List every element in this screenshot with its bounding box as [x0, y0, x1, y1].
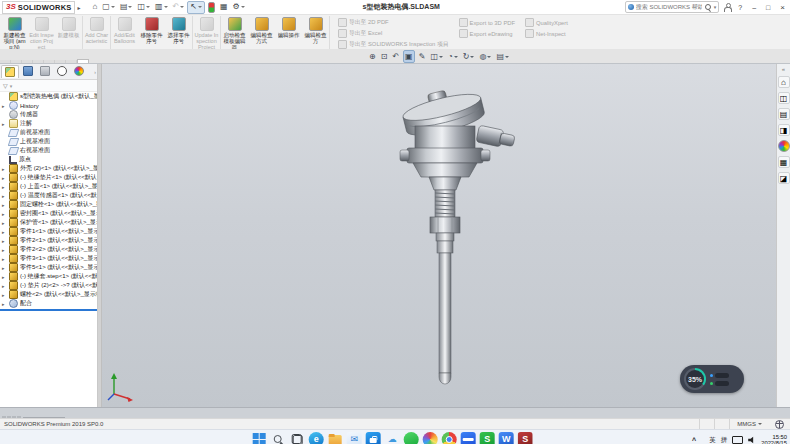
units-selector[interactable]: MMGS	[729, 419, 769, 429]
module-tab[interactable]	[55, 60, 66, 63]
search-input[interactable]	[636, 4, 702, 10]
export-item[interactable]: QualityXpert	[525, 18, 568, 27]
displaymanager-tab[interactable]	[71, 65, 87, 77]
module-tab[interactable]	[33, 60, 44, 63]
expand-arrow-icon[interactable]: ▸	[2, 211, 7, 217]
export-item[interactable]: 导出至 SOLIDWORKS Inspection 项目	[338, 40, 449, 49]
tree-item[interactable]: ▸ 零件3<1> (默认<<默认>_显示状态	[0, 254, 97, 263]
expand-arrow-icon[interactable]: ▸	[2, 274, 7, 280]
search-button[interactable]	[271, 432, 286, 444]
tree-item[interactable]: ▸ 上视基准面	[0, 137, 97, 146]
3d-model[interactable]	[387, 90, 627, 407]
restore-button[interactable]: □	[763, 2, 773, 13]
ribbon-button[interactable]: 选择零件序号	[165, 16, 193, 50]
export-item[interactable]: Export eDrawing	[459, 29, 515, 38]
edge-icon[interactable]: e	[309, 432, 324, 444]
module-tab[interactable]	[22, 60, 33, 63]
file-properties-icon[interactable]: ▦	[218, 2, 230, 13]
export-item[interactable]: 导出至 Excel	[338, 29, 449, 38]
tree-item[interactable]: ▸ History	[0, 101, 97, 110]
tree-item[interactable]: ▸ 螺栓<2> (默认<<默认>_显示状态	[0, 290, 97, 299]
module-tab[interactable]	[77, 59, 89, 63]
chrome-icon[interactable]	[442, 432, 457, 444]
tree-item[interactable]: ▸ (-) 绝缘套.step<1> (默认<<默认>_	[0, 272, 97, 281]
search-caret-icon[interactable]: ▾	[714, 4, 717, 10]
section-view-icon[interactable]: ▣	[403, 50, 415, 63]
expand-arrow-icon[interactable]: ▸	[2, 283, 7, 289]
dictionary-icon[interactable]	[461, 432, 476, 444]
clock[interactable]: 15:50 2022/8/15	[761, 434, 787, 444]
file-explorer-pane-icon[interactable]: ▤	[778, 108, 790, 120]
tree-item[interactable]: ▸ 保护管<1> (默认<<默认>_显示状态	[0, 218, 97, 227]
tree-item[interactable]: ▸ (-) 温度传感器<1> (默认<<默认>_显	[0, 191, 97, 200]
file-explorer-icon[interactable]	[328, 432, 343, 444]
graphics-viewport[interactable]: 35%	[102, 64, 776, 407]
module-tab[interactable]	[44, 60, 55, 63]
close-button[interactable]: ×	[777, 2, 788, 13]
tree-item[interactable]: ▸ 配合	[0, 299, 97, 308]
zoom-fit-icon[interactable]: ⊕	[368, 51, 377, 62]
expand-arrow-icon[interactable]: ▸	[2, 184, 7, 190]
export-item[interactable]: 导出至 2D PDF	[338, 18, 449, 27]
expand-arrow-icon[interactable]: ▸	[2, 238, 7, 244]
expand-arrow-icon[interactable]: ▸	[2, 220, 7, 226]
ribbon-button[interactable]: Add/Edit Balloons	[111, 16, 138, 50]
dimxpertmanager-tab[interactable]	[54, 65, 70, 77]
tree-item[interactable]: ▸ 前视基准面	[0, 128, 97, 137]
task-view-button[interactable]	[290, 432, 305, 444]
expand-arrow-icon[interactable]: ▸	[2, 265, 7, 271]
home-icon[interactable]: ⌂	[90, 2, 99, 13]
expand-arrow-icon[interactable]: ▸	[2, 247, 7, 253]
wps-icon[interactable]: S	[480, 432, 495, 444]
tree-item[interactable]: ▸ (-) 上盖<1> (默认<<默认>_显示状态	[0, 182, 97, 191]
new-document-icon[interactable]: ▢	[100, 2, 117, 13]
view-settings-icon[interactable]: ▤	[495, 51, 510, 62]
expand-arrow-icon[interactable]: ▸	[2, 229, 7, 235]
appearances-icon[interactable]	[778, 140, 790, 152]
tree-filter[interactable]: ▽ ▾	[0, 80, 97, 92]
ribbon-button[interactable]: 新建检查项目 (amp;N)	[1, 16, 28, 50]
solidworks-taskbar-icon[interactable]: S	[518, 432, 533, 444]
word-icon[interactable]: W	[499, 432, 514, 444]
wechat-icon[interactable]	[404, 432, 419, 444]
help-search[interactable]: ▾	[625, 1, 720, 13]
view-tab-nav-icon[interactable]	[12, 416, 16, 418]
expand-arrow-icon[interactable]: ▸	[2, 256, 7, 262]
minimize-button[interactable]: –	[749, 2, 759, 13]
hide-show-items-icon[interactable]: ◫	[429, 51, 444, 62]
custom-properties-icon[interactable]: ▦	[778, 156, 790, 168]
ribbon-button[interactable]: Add Characteristic	[83, 16, 111, 50]
module-tab[interactable]	[0, 60, 11, 63]
network-icon[interactable]	[732, 436, 743, 444]
forum-icon[interactable]: ◪	[778, 172, 790, 184]
ribbon-button[interactable]: 移除零件序号	[138, 16, 165, 50]
expand-arrow-icon[interactable]: ▸	[2, 166, 7, 172]
options-icon[interactable]: ⚙	[231, 2, 247, 13]
volume-icon[interactable]	[748, 436, 756, 444]
recorder-row[interactable]	[710, 381, 729, 386]
view-orientation-icon[interactable]: ↻	[462, 51, 476, 62]
tree-item[interactable]: ▸ 外壳 (2)<1> (默认<<默认>_显示状态	[0, 164, 97, 173]
tray-expand-icon[interactable]: ^	[692, 437, 696, 444]
ribbon-button[interactable]: 新建模板	[55, 16, 83, 50]
configurationmanager-tab[interactable]	[37, 65, 53, 77]
select-icon[interactable]: ↖	[187, 1, 205, 14]
tree-item[interactable]: ▸ 零件2<1> (默认<<默认>_显示状态	[0, 236, 97, 245]
zoom-area-icon[interactable]: ⊡	[380, 51, 389, 62]
view-tab[interactable]	[23, 417, 37, 418]
view-tab[interactable]	[37, 417, 51, 418]
tree-item[interactable]: ▸ 传感器	[0, 110, 97, 119]
ribbon-button[interactable]: 启动检查模板编辑器	[221, 16, 248, 50]
annotation-view-icon[interactable]: ✎	[418, 51, 427, 62]
tree-item[interactable]: ▸ 零件2<2> (默认<<默认>_显示状态	[0, 245, 97, 254]
view-tab-nav-icon[interactable]	[17, 416, 21, 418]
tree-item[interactable]: ▸ (-) 垫片 (2)<2> ->? (默认<<默认>_	[0, 281, 97, 290]
tree-item[interactable]: ▸ 零件5<1> (默认<<默认>_显示状态	[0, 263, 97, 272]
apply-scene-icon[interactable]: ◍	[478, 51, 492, 62]
solidworks-resources-icon[interactable]: ⌂	[778, 76, 790, 88]
screen-recorder-widget[interactable]: 35%	[680, 365, 744, 393]
search-icon[interactable]	[704, 3, 712, 11]
task-pane-collapse-icon[interactable]: «	[782, 66, 785, 72]
tree-item[interactable]: ▸ 右视基准面	[0, 146, 97, 155]
mail-icon[interactable]: ✉	[347, 432, 362, 444]
